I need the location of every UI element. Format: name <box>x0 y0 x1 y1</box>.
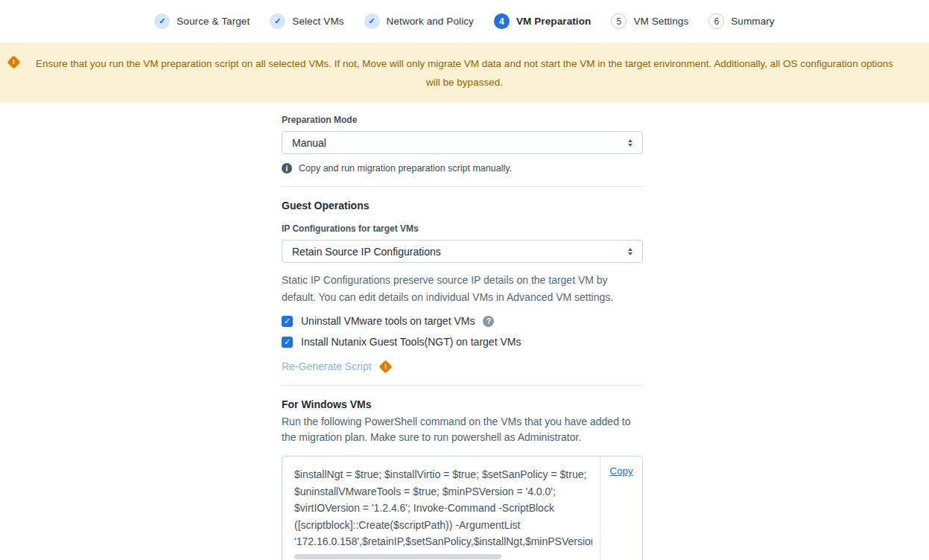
warning-banner: ! Ensure that you run the VM preparation… <box>0 42 929 103</box>
preparation-mode-hint-row: i Copy and run migration preparation scr… <box>282 163 643 174</box>
install-ngt-checkbox[interactable]: ✓ <box>282 337 293 348</box>
warning-banner-text: Ensure that you run the VM preparation s… <box>36 58 893 88</box>
horizontal-scrollbar[interactable] <box>294 554 501 559</box>
select-spinner-icon <box>628 248 632 255</box>
step-done-check-icon: ✓ <box>270 13 285 29</box>
preparation-mode-value: Manual <box>292 137 326 149</box>
regenerate-script-row: Re-Generate Script ! <box>282 360 643 372</box>
step-vm-preparation[interactable]: 4 VM Preparation <box>494 13 591 29</box>
step-label: Network and Policy <box>387 16 474 27</box>
uninstall-vmware-tools-row: ✓ Uninstall VMware tools on target VMs ? <box>282 315 643 327</box>
step-label: Select VMs <box>292 16 343 27</box>
uninstall-vmware-tools-label: Uninstall VMware tools on target VMs <box>301 315 475 327</box>
step-label: Source & Target <box>177 16 250 27</box>
preparation-mode-hint: Copy and run migration preparation scrip… <box>299 163 512 174</box>
vm-preparation-form: Preparation Mode Manual i Copy and run m… <box>282 115 643 560</box>
ip-config-note: Static IP Configurations preserve source… <box>282 272 643 306</box>
command-line: '172.16.0.158',$retainIP,$setSanPolicy,$… <box>294 533 592 550</box>
step-number-badge: 6 <box>708 13 724 29</box>
preparation-mode-label: Preparation Mode <box>282 115 643 125</box>
command-line: $uninstallVMwareTools = $true; $minPSVer… <box>294 483 592 500</box>
section-divider <box>282 385 643 386</box>
install-ngt-row: ✓ Install Nutanix Guest Tools(NGT) on ta… <box>282 336 643 348</box>
step-label: VM Preparation <box>516 16 591 27</box>
command-line: $installNgt = $true; $installVirtio = $t… <box>294 466 592 483</box>
copy-button[interactable]: Copy <box>609 465 633 480</box>
powershell-command-box: $installNgt = $true; $installVirtio = $t… <box>282 456 643 560</box>
powershell-command-text: $installNgt = $true; $installVirtio = $t… <box>282 456 600 560</box>
step-number-badge: 4 <box>494 13 510 29</box>
checkbox-check-icon: ✓ <box>284 338 291 346</box>
wizard-stepper: ✓ Source & Target ✓ Select VMs ✓ Network… <box>0 0 929 42</box>
regenerate-script-link[interactable]: Re-Generate Script <box>282 360 372 372</box>
step-number-badge: 5 <box>611 13 627 29</box>
step-summary[interactable]: 6 Summary <box>708 13 774 29</box>
copy-column: Copy <box>600 456 642 560</box>
checkbox-check-icon: ✓ <box>284 317 291 325</box>
preparation-mode-select[interactable]: Manual <box>282 131 643 154</box>
ip-config-select[interactable]: Retain Source IP Configurations <box>282 240 643 263</box>
step-label: Summary <box>731 16 774 27</box>
ip-config-value: Retain Source IP Configurations <box>292 246 441 258</box>
warning-diamond-icon: ! <box>7 55 20 69</box>
uninstall-vmware-tools-checkbox[interactable]: ✓ <box>282 316 293 327</box>
step-source-and-target[interactable]: ✓ Source & Target <box>154 13 250 29</box>
step-done-check-icon: ✓ <box>154 13 170 29</box>
step-done-check-icon: ✓ <box>364 13 380 29</box>
info-icon: i <box>282 163 292 174</box>
regenerate-warning-icon: ! <box>378 360 392 373</box>
windows-vms-title: For Windows VMs <box>282 398 643 410</box>
help-icon[interactable]: ? <box>483 316 494 327</box>
command-line: $virtIOVersion = '1.2.4.6'; Invoke-Comma… <box>294 500 592 517</box>
windows-vms-description: Run the following PowerShell command on … <box>282 414 643 445</box>
guest-operations-title: Guest Operations <box>282 200 643 211</box>
step-network-and-policy[interactable]: ✓ Network and Policy <box>364 13 474 29</box>
command-line: ([scriptblock]::Create($scriptPath)) -Ar… <box>294 517 592 534</box>
install-ngt-label: Install Nutanix Guest Tools(NGT) on targ… <box>301 336 521 348</box>
step-label: VM Settings <box>633 16 688 27</box>
step-vm-settings[interactable]: 5 VM Settings <box>611 13 688 29</box>
ip-config-label: IP Configurations for target VMs <box>282 223 643 234</box>
section-divider <box>282 186 643 187</box>
select-spinner-icon <box>628 139 632 147</box>
step-select-vms[interactable]: ✓ Select VMs <box>270 13 343 29</box>
